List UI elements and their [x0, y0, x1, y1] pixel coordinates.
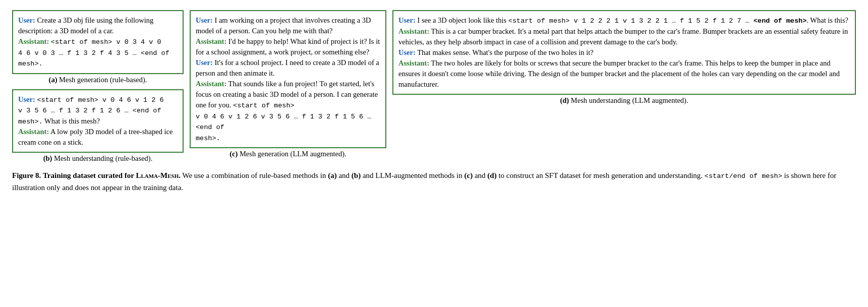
user-text-b1: I am working on a project that involves …	[196, 16, 371, 35]
column-b: User: I am working on a project that inv…	[190, 10, 386, 163]
brand-name: Llama-Mesh	[136, 171, 179, 179]
user-text-b2: It's for a school project. I need to cre…	[196, 58, 379, 77]
assistant-label-b2: Assistant:	[196, 80, 226, 88]
user-text-c2: That makes sense. What's the purpose of …	[417, 48, 593, 56]
caption-a1: (a) Mesh generation (rule-based).	[12, 76, 184, 84]
user-text-a2b: What is this mesh?	[43, 117, 100, 125]
box-a2: User: <start of mesh> v 0 4 6 v 1 2 6v 3…	[12, 89, 184, 153]
user-text-a1: Create a 3D obj file using the following…	[18, 16, 153, 35]
box-a1: User: Create a 3D obj file using the fol…	[12, 10, 184, 74]
column-a: User: Create a 3D obj file using the fol…	[12, 10, 184, 163]
assistant-label-c1: Assistant:	[398, 27, 429, 35]
figure-code: <start/end of mesh>	[705, 172, 782, 180]
user-label-a2: User:	[18, 95, 35, 103]
column-c: User: I see a 3D object look like this <…	[392, 10, 856, 163]
user-label-c2: User:	[398, 48, 416, 56]
user-label-b2: User:	[196, 58, 213, 67]
figure-caption: Figure 8. Training dataset curated for L…	[12, 170, 856, 194]
user-label-a1: User:	[18, 16, 35, 24]
caption-a2: (b) Mesh understanding (rule-based).	[12, 154, 184, 163]
box-c1: User: I see a 3D object look like this <…	[392, 10, 856, 95]
figure-title: Training dataset curated for Llama-Mesh.	[43, 171, 181, 179]
caption-c1: (d) Mesh understanding (LLM augmented).	[392, 96, 856, 105]
assistant-label-a2: Assistant:	[18, 128, 49, 136]
panels-row: User: Create a 3D obj file using the fol…	[12, 10, 856, 163]
assistant-label-a1: Assistant:	[18, 37, 49, 45]
box-b1: User: I am working on a project that inv…	[190, 10, 386, 148]
assistant-label-b1: Assistant:	[196, 37, 226, 45]
caption-b1: (c) Mesh generation (LLM augmented).	[190, 150, 386, 158]
figure-number: Figure 8.	[12, 171, 41, 179]
user-label-c1: User:	[398, 16, 416, 24]
assistant-text-c1: This is a car bumper bracket. It's a met…	[398, 27, 848, 46]
assistant-label-c2: Assistant:	[398, 59, 429, 67]
user-text-c1b: . What is this?	[806, 16, 848, 24]
user-mesh-c1: <start of mesh> v 1 2 2 2 1 v 1 3 2 2 1 …	[508, 17, 806, 25]
assistant-text-c2: The two holes are likely for bolts or sc…	[398, 59, 840, 88]
user-text-c1a: I see a 3D object look like this	[417, 16, 508, 24]
user-label-b1: User:	[196, 16, 213, 24]
